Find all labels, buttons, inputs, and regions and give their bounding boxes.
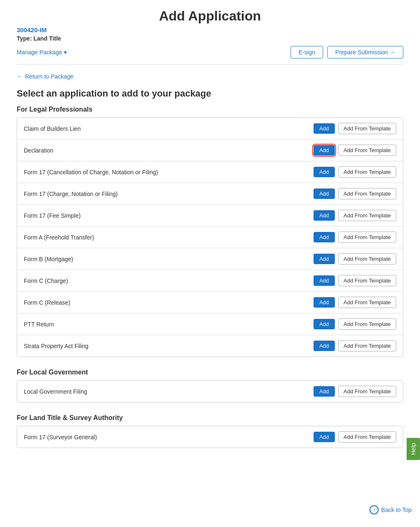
prepare-submission-button[interactable]: Prepare Submission → bbox=[327, 46, 403, 59]
item-name-form-b: Form B (Mortgage) bbox=[24, 256, 314, 262]
items-table-legal-professionals: Claim of Builders LienAddAdd From Templa… bbox=[17, 117, 403, 357]
add-button-form-a[interactable]: Add bbox=[314, 232, 335, 242]
item-name-claim-builders-lien: Claim of Builders Lien bbox=[24, 125, 314, 132]
arrow-up-icon: ↑ bbox=[369, 505, 379, 514]
type-value: Land Title bbox=[33, 35, 61, 42]
add-button-local-government-filing[interactable]: Add bbox=[314, 386, 335, 397]
package-id: 300420-IM bbox=[17, 26, 403, 33]
add-from-template-button-form17-surveyor[interactable]: Add From Template bbox=[338, 431, 396, 443]
item-name-declaration: Declaration bbox=[24, 147, 314, 154]
header-divider bbox=[17, 64, 403, 65]
page-title: Add Application bbox=[17, 8, 403, 24]
add-button-ptt-return[interactable]: Add bbox=[314, 319, 335, 329]
item-name-form-c-release: Form C (Release) bbox=[24, 299, 314, 306]
arrow-left-icon: ← bbox=[17, 73, 23, 80]
item-actions: AddAdd From Template bbox=[314, 386, 396, 397]
table-row: Form 17 (Charge, Notation or Filing)AddA… bbox=[17, 183, 403, 205]
add-button-declaration[interactable]: Add bbox=[314, 145, 335, 155]
item-name-local-government-filing: Local Government Filing bbox=[24, 388, 314, 395]
table-row: Form 17 (Surveyor General)AddAdd From Te… bbox=[17, 426, 403, 448]
item-actions: AddAdd From Template bbox=[314, 145, 396, 156]
table-row: PTT ReturnAddAdd From Template bbox=[17, 313, 403, 335]
table-row: Form 17 (Fee Simple)AddAdd From Template bbox=[17, 205, 403, 227]
item-name-form17-surveyor: Form 17 (Surveyor General) bbox=[24, 434, 314, 440]
item-actions: AddAdd From Template bbox=[314, 275, 396, 286]
add-from-template-button-form17-fee-simple[interactable]: Add From Template bbox=[338, 210, 396, 221]
table-row: Form A (Freehold Transfer)AddAdd From Te… bbox=[17, 227, 403, 248]
section-title: Select an application to add to your pac… bbox=[17, 88, 403, 99]
item-actions: AddAdd From Template bbox=[314, 318, 396, 330]
help-button[interactable]: Help bbox=[407, 438, 420, 460]
table-row: Form C (Release)AddAdd From Template bbox=[17, 292, 403, 313]
table-row: Form B (Mortgage)AddAdd From Template bbox=[17, 248, 403, 270]
items-table-land-title-survey: Form 17 (Surveyor General)AddAdd From Te… bbox=[17, 426, 403, 448]
items-table-local-government: Local Government FilingAddAdd From Templ… bbox=[17, 380, 403, 402]
item-actions: AddAdd From Template bbox=[314, 340, 396, 351]
table-row: Local Government FilingAddAdd From Templ… bbox=[17, 381, 403, 402]
groups-container: For Legal ProfessionalsClaim of Builders… bbox=[17, 106, 403, 448]
add-from-template-button-declaration[interactable]: Add From Template bbox=[338, 145, 396, 156]
add-button-form17-surveyor[interactable]: Add bbox=[314, 432, 335, 442]
add-from-template-button-claim-builders-lien[interactable]: Add From Template bbox=[338, 123, 396, 134]
back-to-top[interactable]: ↑ Back to Top bbox=[369, 505, 412, 514]
group-title-land-title-survey: For Land Title & Survey Authority bbox=[17, 414, 403, 422]
item-name-ptt-return: PTT Return bbox=[24, 321, 314, 328]
esign-button[interactable]: E-sign bbox=[291, 46, 323, 59]
table-row: Form 17 (Cancellation of Charge, Notatio… bbox=[17, 161, 403, 183]
item-name-form17-charge: Form 17 (Charge, Notation or Filing) bbox=[24, 191, 314, 197]
top-right-actions: E-sign Prepare Submission → bbox=[291, 46, 403, 59]
add-from-template-button-strata-property[interactable]: Add From Template bbox=[338, 340, 396, 351]
add-from-template-button-ptt-return[interactable]: Add From Template bbox=[338, 318, 396, 330]
header-actions: Manage Package ▾ E-sign Prepare Submissi… bbox=[17, 46, 403, 59]
add-from-template-button-form-b[interactable]: Add From Template bbox=[338, 253, 396, 265]
item-actions: AddAdd From Template bbox=[314, 123, 396, 134]
return-to-package-link[interactable]: ← Return to Package bbox=[17, 73, 403, 80]
item-actions: AddAdd From Template bbox=[314, 232, 396, 243]
table-row: Claim of Builders LienAddAdd From Templa… bbox=[17, 118, 403, 140]
page-wrapper: Add Application 300420-IM Type: Land Tit… bbox=[0, 0, 420, 527]
type-label: Type: Land Title bbox=[17, 35, 403, 42]
item-name-strata-property: Strata Property Act Filing bbox=[24, 343, 314, 349]
item-actions: AddAdd From Template bbox=[314, 166, 396, 178]
add-from-template-button-local-government-filing[interactable]: Add From Template bbox=[338, 386, 396, 397]
item-actions: AddAdd From Template bbox=[314, 431, 396, 443]
back-to-top-label: Back to Top bbox=[381, 507, 412, 513]
add-button-form-c-release[interactable]: Add bbox=[314, 297, 335, 308]
table-row: Strata Property Act FilingAddAdd From Te… bbox=[17, 335, 403, 356]
add-from-template-button-form-c-release[interactable]: Add From Template bbox=[338, 297, 396, 308]
add-from-template-button-form17-charge[interactable]: Add From Template bbox=[338, 188, 396, 199]
item-actions: AddAdd From Template bbox=[314, 297, 396, 308]
table-row: Form C (Charge)AddAdd From Template bbox=[17, 270, 403, 292]
add-button-claim-builders-lien[interactable]: Add bbox=[314, 123, 335, 134]
table-row: DeclarationAddAdd From Template bbox=[17, 140, 403, 161]
add-button-strata-property[interactable]: Add bbox=[314, 341, 335, 351]
item-actions: AddAdd From Template bbox=[314, 210, 396, 221]
add-from-template-button-form-c-charge[interactable]: Add From Template bbox=[338, 275, 396, 286]
add-button-form17-charge[interactable]: Add bbox=[314, 188, 335, 199]
item-actions: AddAdd From Template bbox=[314, 253, 396, 265]
add-from-template-button-form-a[interactable]: Add From Template bbox=[338, 232, 396, 243]
manage-package-button[interactable]: Manage Package ▾ bbox=[17, 49, 67, 56]
add-button-form-c-charge[interactable]: Add bbox=[314, 275, 335, 286]
add-button-form-b[interactable]: Add bbox=[314, 254, 335, 264]
add-button-form17-cancellation[interactable]: Add bbox=[314, 167, 335, 177]
item-actions: AddAdd From Template bbox=[314, 188, 396, 199]
item-name-form17-fee-simple: Form 17 (Fee Simple) bbox=[24, 212, 314, 219]
item-name-form17-cancellation: Form 17 (Cancellation of Charge, Notatio… bbox=[24, 169, 314, 176]
add-button-form17-fee-simple[interactable]: Add bbox=[314, 210, 335, 221]
add-from-template-button-form17-cancellation[interactable]: Add From Template bbox=[338, 166, 396, 178]
group-title-legal-professionals: For Legal Professionals bbox=[17, 106, 403, 113]
item-name-form-a: Form A (Freehold Transfer) bbox=[24, 234, 314, 241]
group-title-local-government: For Local Government bbox=[17, 369, 403, 376]
item-name-form-c-charge: Form C (Charge) bbox=[24, 278, 314, 284]
chevron-down-icon: ▾ bbox=[64, 49, 67, 56]
